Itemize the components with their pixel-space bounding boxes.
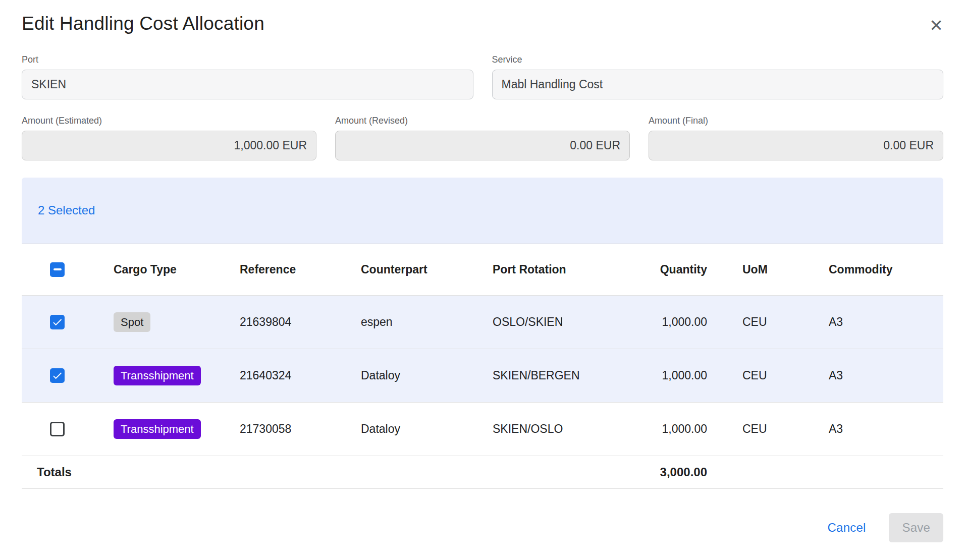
table-row: Transshipment 21640324 Dataloy SKIEN/BER… (22, 349, 943, 403)
uom-cell: CEU (707, 422, 829, 436)
column-header-port-rotation: Port Rotation (493, 263, 606, 276)
amount-revised-field-group: Amount (Revised) (335, 116, 630, 160)
dialog-footer: Cancel Save (22, 513, 943, 542)
cargo-type-badge: Transshipment (114, 366, 201, 386)
cargo-type-badge: Spot (114, 312, 150, 332)
amount-final-label: Amount (Final) (649, 116, 943, 126)
quantity-cell: 1,000.00 (606, 315, 707, 329)
cargo-type-cell: Spot (114, 312, 240, 332)
service-input (492, 70, 944, 99)
cancel-button[interactable]: Cancel (828, 521, 866, 535)
row-checkbox-cell (22, 368, 114, 383)
amount-revised-label: Amount (Revised) (335, 116, 630, 126)
port-field-group: Port (22, 54, 473, 99)
port-rotation-cell: OSLO/SKIEN (493, 315, 606, 329)
port-rotation-cell: SKIEN/BERGEN (493, 369, 606, 382)
check-icon (51, 370, 63, 381)
form-row-amounts: Amount (Estimated) Amount (Revised) Amou… (22, 116, 943, 160)
commodity-cell: A3 (829, 315, 943, 329)
row-checkbox-checked[interactable] (50, 315, 65, 329)
table-row: Spot 21639804 espen OSLO/SKIEN 1,000.00 … (22, 296, 943, 349)
form-row-port-service: Port Service (22, 54, 943, 99)
counterpart-cell: Dataloy (361, 369, 493, 382)
header-checkbox-cell (22, 262, 114, 277)
amount-estimated-label: Amount (Estimated) (22, 116, 316, 126)
table-row: Transshipment 21730058 Dataloy SKIEN/OSL… (22, 403, 943, 456)
selected-count-label: 2 Selected (38, 203, 95, 217)
uom-cell: CEU (707, 369, 829, 382)
close-icon[interactable]: ✕ (929, 17, 943, 34)
cargo-type-cell: Transshipment (114, 419, 240, 439)
uom-cell: CEU (707, 315, 829, 329)
column-header-cargo-type: Cargo Type (114, 263, 240, 276)
indeterminate-icon (53, 268, 62, 270)
select-all-checkbox[interactable] (50, 262, 65, 277)
row-checkbox-cell (22, 422, 114, 436)
row-checkbox-unchecked[interactable] (50, 422, 65, 436)
totals-quantity: 3,000.00 (606, 465, 707, 479)
port-rotation-cell: SKIEN/OSLO (493, 422, 606, 436)
column-header-commodity: Commodity (829, 263, 943, 276)
column-header-reference: Reference (240, 263, 361, 276)
dialog-header: Edit Handling Cost Allocation ✕ (22, 13, 943, 34)
cargo-type-badge: Transshipment (114, 419, 201, 439)
totals-row: Totals 3,000.00 (22, 456, 943, 489)
column-header-quantity: Quantity (606, 263, 707, 276)
amount-final-field-group: Amount (Final) (649, 116, 943, 160)
column-header-uom: UoM (707, 263, 829, 276)
reference-cell: 21730058 (240, 422, 361, 436)
counterpart-cell: espen (361, 315, 493, 329)
save-button[interactable]: Save (889, 513, 943, 542)
commodity-cell: A3 (829, 369, 943, 382)
check-icon (51, 316, 63, 328)
amount-revised-input (335, 131, 630, 160)
reference-cell: 21640324 (240, 369, 361, 382)
commodity-cell: A3 (829, 422, 943, 436)
amount-estimated-input (22, 131, 316, 160)
edit-handling-cost-allocation-dialog: Edit Handling Cost Allocation ✕ Port Ser… (0, 0, 965, 542)
quantity-cell: 1,000.00 (606, 369, 707, 382)
row-checkbox-checked[interactable] (50, 368, 65, 383)
service-label: Service (492, 54, 944, 65)
totals-label: Totals (22, 465, 114, 479)
counterpart-cell: Dataloy (361, 422, 493, 436)
dialog-title: Edit Handling Cost Allocation (22, 13, 264, 34)
port-input (22, 70, 473, 99)
amount-estimated-field-group: Amount (Estimated) (22, 116, 316, 160)
allocation-table: 2 Selected Cargo Type Reference Counterp… (22, 178, 943, 489)
amount-final-input (649, 131, 943, 160)
port-label: Port (22, 54, 473, 65)
reference-cell: 21639804 (240, 315, 361, 329)
quantity-cell: 1,000.00 (606, 422, 707, 436)
service-field-group: Service (492, 54, 944, 99)
cargo-type-cell: Transshipment (114, 366, 240, 386)
table-header-row: Cargo Type Reference Counterpart Port Ro… (22, 244, 943, 296)
row-checkbox-cell (22, 315, 114, 329)
selection-summary-bar: 2 Selected (22, 178, 943, 244)
column-header-counterpart: Counterpart (361, 263, 493, 276)
